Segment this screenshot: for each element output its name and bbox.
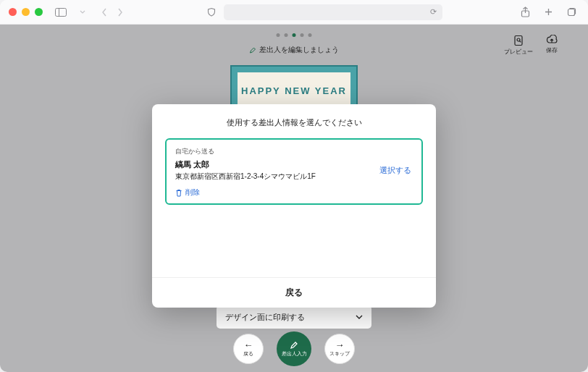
sender-name: 縞馬 太郎 — [175, 159, 413, 170]
trash-icon — [175, 189, 182, 197]
sender-tag: 自宅から送る — [175, 147, 413, 156]
minimize-window-button[interactable] — [22, 8, 30, 16]
sender-select-modal: 使用する差出人情報を選んでください 自宅から送る 縞馬 太郎 東京都新宿区西新宿… — [152, 104, 436, 308]
modal-title: 使用する差出人情報を選んでください — [152, 104, 436, 138]
sidebar-toggle-button[interactable] — [53, 4, 69, 20]
delete-sender-link[interactable]: 削除 — [175, 187, 413, 198]
tabs-overview-button[interactable] — [563, 4, 579, 20]
browser-window: ⟳ 差出人を編集しましょう — [0, 0, 588, 372]
modal-back-button[interactable]: 戻る — [152, 277, 436, 308]
delete-label: 削除 — [185, 187, 200, 198]
share-button[interactable] — [517, 4, 533, 20]
page-content: 差出人を編集しましょう プレビュー 保存 HAPPY NEW YEAR デザイン… — [0, 25, 588, 372]
select-sender-link[interactable]: 選択する — [379, 165, 411, 176]
dropdown-chevron-icon — [75, 4, 91, 20]
back-button[interactable] — [96, 4, 112, 20]
address-bar-group: ⟳ — [203, 4, 442, 20]
svg-rect-0 — [56, 8, 67, 16]
close-window-button[interactable] — [9, 8, 17, 16]
modal-spacer — [152, 212, 436, 277]
sender-address: 東京都新宿区西新宿1-2-3-4シマウマビル1F — [175, 172, 413, 182]
modal-overlay: 使用する差出人情報を選んでください 自宅から送る 縞馬 太郎 東京都新宿区西新宿… — [0, 25, 588, 372]
sender-card[interactable]: 自宅から送る 縞馬 太郎 東京都新宿区西新宿1-2-3-4シマウマビル1F 選択… — [165, 138, 423, 205]
titlebar: ⟳ — [0, 0, 588, 25]
traffic-lights — [9, 8, 43, 16]
svg-rect-3 — [568, 9, 575, 15]
address-bar[interactable]: ⟳ — [224, 4, 442, 20]
forward-button[interactable] — [112, 4, 128, 20]
reload-icon[interactable]: ⟳ — [430, 7, 437, 17]
new-tab-button[interactable] — [540, 4, 556, 20]
privacy-shield-icon[interactable] — [203, 4, 219, 20]
fullscreen-window-button[interactable] — [35, 8, 43, 16]
